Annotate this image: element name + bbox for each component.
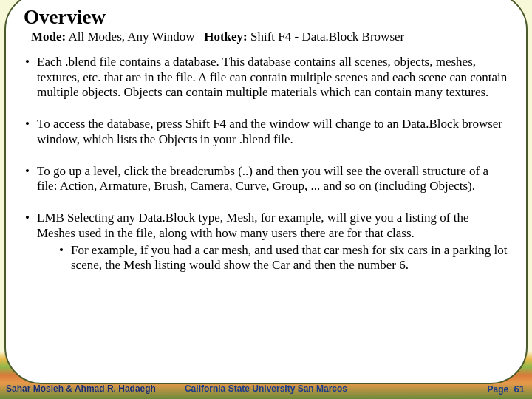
slide-title: Overview: [24, 6, 510, 29]
page-label: Page: [488, 384, 509, 395]
bullet-item: To access the database, press Shift F4 a…: [24, 117, 510, 147]
bullet-list: Each .blend file contains a database. Th…: [24, 55, 510, 273]
bullet-text: Each .blend file contains a database. Th…: [37, 55, 507, 99]
bullet-item: LMB Selecting any Data.Block type, Mesh,…: [24, 211, 510, 273]
page-number: 61: [514, 383, 525, 395]
slide-footer: Sahar Mosleh & Ahmad R. Hadaegh Californ…: [0, 381, 532, 396]
bullet-text: LMB Selecting any Data.Block type, Mesh,…: [37, 211, 469, 240]
bullet-item: Each .blend file contains a database. Th…: [24, 55, 510, 100]
sub-bullet-item: For example, if you had a car mesh, and …: [59, 243, 510, 273]
bullet-item: To go up a level, click the breadcrumbs …: [24, 164, 510, 194]
sub-bullet-list: For example, if you had a car mesh, and …: [37, 243, 510, 273]
footer-page: Page 61: [488, 383, 525, 395]
footer-university: California State University San Marcos: [0, 383, 532, 394]
hotkey-value: Shift F4 - Data.Block Browser: [250, 30, 404, 44]
hotkey-label: Hotkey:: [204, 30, 248, 44]
mode-label: Mode:: [31, 30, 66, 44]
bullet-text: To go up a level, click the breadcrumbs …: [37, 164, 488, 194]
slide-content: Overview Mode: All Modes, Any Window Hot…: [24, 6, 510, 290]
mode-value: All Modes, Any Window: [69, 30, 195, 44]
sub-bullet-text: For example, if you had a car mesh, and …: [71, 243, 508, 273]
slide-subtitle: Mode: All Modes, Any Window Hotkey: Shif…: [31, 30, 510, 44]
bullet-text: To access the database, press Shift F4 a…: [37, 117, 502, 146]
